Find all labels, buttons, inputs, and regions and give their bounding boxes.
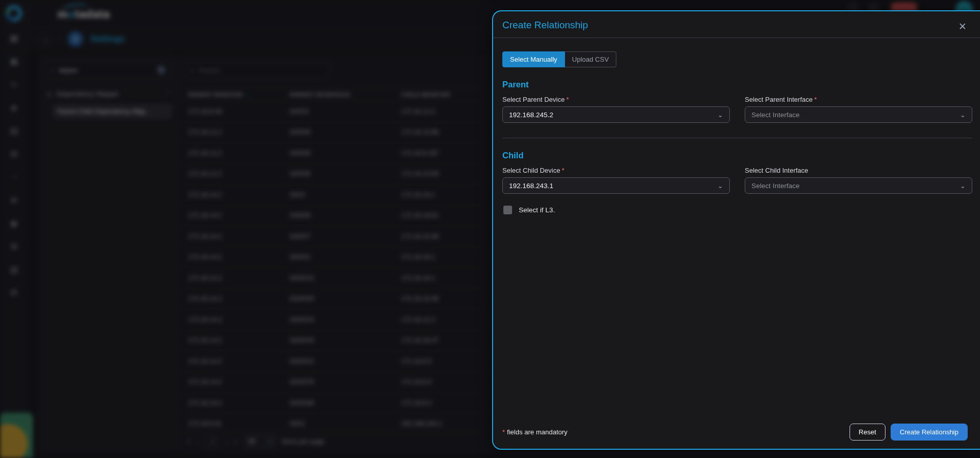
create-relationship-modal: Create Relationship ✕ Select Manually Up… xyxy=(492,10,980,450)
parent-section-heading: Parent xyxy=(502,80,972,89)
parent-device-label: Select Parent Device* xyxy=(502,96,730,103)
chevron-down-icon: ⌄ xyxy=(718,182,723,190)
required-asterisk: * xyxy=(814,96,817,103)
reset-button[interactable]: Reset xyxy=(850,424,885,441)
close-icon[interactable]: ✕ xyxy=(958,22,967,31)
create-relationship-button[interactable]: Create Relationship xyxy=(891,424,968,441)
child-fields: Select Child Device* 192.168.243.1 ⌄ Sel… xyxy=(502,167,972,194)
required-asterisk: * xyxy=(566,96,569,103)
parent-device-field: Select Parent Device* 192.168.245.2 ⌄ xyxy=(502,96,730,123)
app-screen: ▦▣∿◈▤⊞◔⊕◉≣▥⚙ mtadata ‹ ⚙ Settings ⌕ ✕ xyxy=(0,0,980,458)
parent-device-value: 192.168.245.2 xyxy=(509,111,553,119)
section-divider xyxy=(502,138,972,138)
child-section-heading: Child xyxy=(502,151,972,160)
modal-body: Select Manually Upload CSV Parent Select… xyxy=(493,38,980,424)
mandatory-note: *fields are mandatory xyxy=(502,428,568,436)
required-asterisk: * xyxy=(502,428,505,436)
tab-select-manually[interactable]: Select Manually xyxy=(502,51,565,67)
chevron-down-icon: ⌄ xyxy=(960,111,966,119)
child-interface-select[interactable]: Select Interface ⌄ xyxy=(745,177,972,194)
child-interface-placeholder: Select Interface xyxy=(751,182,800,190)
chevron-down-icon: ⌄ xyxy=(960,182,966,190)
modal-header: Create Relationship ✕ xyxy=(493,11,980,38)
child-device-field: Select Child Device* 192.168.243.1 ⌄ xyxy=(502,167,730,194)
child-device-label: Select Child Device* xyxy=(502,167,730,174)
child-interface-field: Select Child Interface Select Interface … xyxy=(745,167,972,194)
parent-interface-select[interactable]: Select Interface ⌄ xyxy=(745,106,972,123)
parent-fields: Select Parent Device* 192.168.245.2 ⌄ Se… xyxy=(502,96,972,123)
modal-title: Create Relationship xyxy=(502,20,968,31)
l3-checkbox[interactable] xyxy=(503,206,512,214)
child-interface-label: Select Child Interface xyxy=(745,167,972,174)
mode-tabs: Select Manually Upload CSV xyxy=(502,51,972,67)
chevron-down-icon: ⌄ xyxy=(718,111,723,119)
l3-checkbox-label: Select if L3. xyxy=(519,206,555,214)
tab-upload-csv[interactable]: Upload CSV xyxy=(565,51,617,67)
parent-interface-label: Select Parent Interface* xyxy=(745,96,972,103)
child-device-select[interactable]: 192.168.243.1 ⌄ xyxy=(502,177,730,194)
child-device-value: 192.168.243.1 xyxy=(509,182,553,190)
modal-footer: *fields are mandatory Reset Create Relat… xyxy=(493,424,980,449)
parent-interface-placeholder: Select Interface xyxy=(751,111,800,119)
l3-checkbox-row: Select if L3. xyxy=(503,206,972,214)
parent-device-select[interactable]: 192.168.245.2 ⌄ xyxy=(502,106,730,123)
parent-interface-field: Select Parent Interface* Select Interfac… xyxy=(745,96,972,123)
required-asterisk: * xyxy=(562,167,564,174)
